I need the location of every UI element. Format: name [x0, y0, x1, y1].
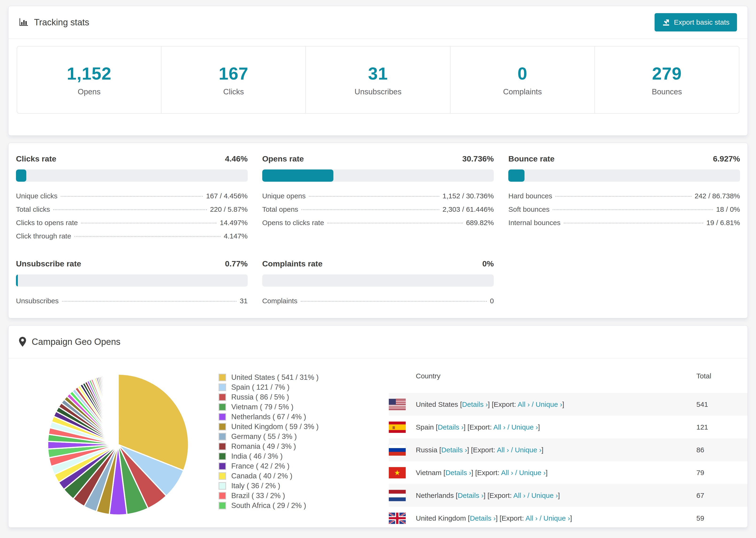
export-unique-link[interactable]: Unique › — [544, 514, 570, 522]
rate-value: 0.77% — [225, 259, 247, 268]
rate-title: Opens rate — [262, 154, 304, 163]
stat-label: Opens — [78, 87, 100, 96]
stat-value: 31 — [368, 64, 388, 83]
legend-item[interactable]: United States ( 541 / 31% ) — [219, 372, 319, 382]
rate-title: Bounce rate — [508, 154, 555, 163]
rate-detail-value: 4.147% — [224, 232, 248, 240]
legend-swatch — [219, 492, 226, 500]
geo-table-row-netherlands: Netherlands [Details ›] [Export: All › /… — [389, 484, 747, 507]
rate-progress-track — [16, 170, 248, 182]
rate-detail-row: Complaints0 — [262, 297, 494, 310]
export-basic-stats-button[interactable]: Export basic stats — [655, 13, 737, 31]
details-link[interactable]: Details › — [438, 423, 463, 431]
legend-swatch — [219, 423, 226, 430]
legend-label: France ( 42 / 2% ) — [231, 462, 290, 470]
legend-label: United States ( 541 / 31% ) — [231, 373, 319, 382]
geo-header: Campaign Geo Opens — [9, 326, 747, 358]
es-flag-icon — [389, 422, 406, 433]
geo-table-row-united-states: United States [Details ›] [Export: All ›… — [389, 393, 747, 416]
country-cell: United Kingdom [Details ›] [Export: All … — [416, 514, 696, 522]
stat-label: Clicks — [223, 87, 244, 96]
rate-detail-label: Total opens — [262, 205, 298, 213]
dotted-leader — [301, 209, 439, 210]
legend-swatch — [219, 413, 226, 421]
rate-value: 6.927% — [713, 154, 740, 163]
ru-flag-icon — [389, 444, 406, 456]
details-link[interactable]: Details › — [462, 401, 488, 408]
rate-detail-row: Total opens2,303 / 61.446% — [262, 205, 494, 219]
rate-value: 30.736% — [462, 154, 494, 163]
stat-box-complaints: 0Complaints — [451, 46, 595, 113]
dotted-leader — [75, 236, 220, 237]
rate-detail-label: Unique clicks — [16, 192, 58, 200]
rate-progress-fill — [262, 170, 333, 182]
details-link[interactable]: Details › — [458, 492, 483, 499]
export-unique-link[interactable]: Unique › — [531, 492, 558, 499]
export-unique-link[interactable]: Unique › — [519, 469, 546, 476]
us-flag-icon — [389, 399, 406, 410]
geo-pie-chart[interactable] — [45, 372, 191, 517]
rate-progress-track — [508, 170, 740, 182]
rate-progress-track — [16, 274, 248, 287]
column-header-country: Country — [389, 372, 696, 380]
legend-item[interactable]: Spain ( 121 / 7% ) — [219, 382, 319, 392]
legend-item[interactable]: Romania ( 49 / 3% ) — [219, 442, 319, 452]
legend-item[interactable]: Russia ( 86 / 5% ) — [219, 392, 319, 402]
legend-swatch — [219, 453, 226, 460]
legend-swatch — [219, 472, 226, 480]
legend-item[interactable]: South Africa ( 29 / 2% ) — [219, 501, 319, 511]
legend-item[interactable]: Vietnam ( 79 / 5% ) — [219, 402, 319, 412]
campaign-geo-opens-card: Campaign Geo Opens United States ( 541 /… — [8, 325, 748, 528]
export-unique-link[interactable]: Unique › — [536, 401, 562, 408]
export-all-link[interactable]: All › — [518, 401, 530, 408]
details-link[interactable]: Details › — [470, 514, 496, 522]
rate-detail-value: 242 / 86.738% — [695, 192, 740, 200]
legend-item[interactable]: France ( 42 / 2% ) — [219, 461, 319, 471]
legend-swatch — [219, 502, 226, 510]
export-all-link[interactable]: All › — [513, 492, 525, 499]
rate-detail-label: Unsubscribes — [16, 297, 59, 305]
rate-detail-label: Clicks to opens rate — [16, 219, 78, 227]
export-all-link[interactable]: All › — [497, 446, 509, 454]
stat-label: Bounces — [652, 87, 682, 96]
export-unique-link[interactable]: Unique › — [515, 446, 541, 454]
rate-detail-value: 0 — [490, 297, 494, 305]
export-all-link[interactable]: All › — [525, 514, 538, 522]
summary-stats-row: 1,152Opens167Clicks31Unsubscribes0Compla… — [17, 46, 739, 114]
stat-value: 1,152 — [67, 64, 112, 83]
legend-item[interactable]: Canada ( 40 / 2% ) — [219, 471, 319, 481]
legend-item[interactable]: Germany ( 55 / 3% ) — [219, 432, 319, 442]
rate-detail-label: Unique opens — [262, 192, 306, 200]
export-unique-link[interactable]: Unique › — [512, 423, 538, 431]
legend-item[interactable]: India ( 46 / 3% ) — [219, 452, 319, 461]
details-link[interactable]: Details › — [441, 446, 467, 454]
stat-value: 167 — [219, 64, 248, 83]
total-cell: 541 — [696, 401, 747, 408]
details-link[interactable]: Details › — [445, 469, 471, 476]
export-all-link[interactable]: All › — [501, 469, 513, 476]
tracking-stats-header: Tracking stats Export basic stats — [9, 6, 747, 39]
legend-item[interactable]: United Kingdom ( 59 / 3% ) — [219, 422, 319, 432]
stat-box-opens: 1,152Opens — [17, 46, 162, 113]
rate-detail-row: Soft bounces18 / 0% — [508, 205, 740, 219]
legend-item[interactable]: Netherlands ( 67 / 4% ) — [219, 412, 319, 422]
rate-detail-value: 167 / 4.456% — [206, 192, 248, 200]
rate-detail-row: Unique clicks167 / 4.456% — [16, 192, 248, 205]
rate-block-bounce-rate: Bounce rate6.927%Hard bounces242 / 86.73… — [508, 154, 740, 245]
rate-block-clicks-rate: Clicks rate4.46%Unique clicks167 / 4.456… — [16, 154, 248, 245]
export-all-link[interactable]: All › — [493, 423, 506, 431]
country-cell: Spain [Details ›] [Export: All › / Uniqu… — [416, 423, 696, 431]
dotted-leader — [564, 223, 703, 224]
rate-detail-label: Complaints — [262, 297, 297, 305]
legend-swatch — [219, 403, 226, 411]
legend-item[interactable]: Italy ( 36 / 2% ) — [219, 481, 319, 491]
legend-swatch — [219, 482, 226, 490]
rate-detail-label: Hard bounces — [508, 192, 552, 200]
rate-progress-fill — [508, 170, 524, 182]
rate-detail-row: Click through rate4.147% — [16, 232, 248, 245]
legend-label: India ( 46 / 3% ) — [231, 452, 283, 460]
rate-detail-row: Opens to clicks rate689.82% — [262, 219, 494, 232]
country-cell: Netherlands [Details ›] [Export: All › /… — [416, 492, 696, 500]
legend-item[interactable]: Brazil ( 33 / 2% ) — [219, 491, 319, 501]
stat-value: 279 — [652, 64, 681, 83]
